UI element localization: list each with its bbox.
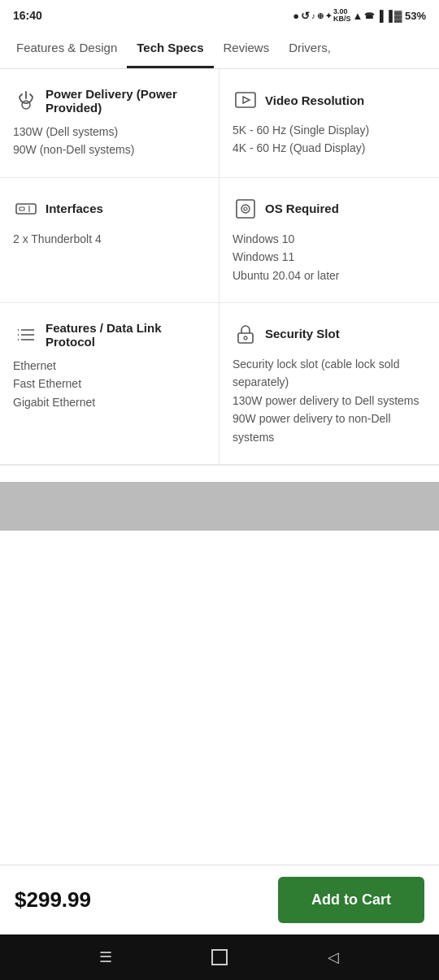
- main-content: Power Delivery (Power Provided) 130W (De…: [0, 69, 439, 865]
- svg-rect-4: [20, 207, 24, 210]
- nav-tabs: Features & Design Tech Specs Reviews Dri…: [0, 29, 439, 69]
- android-home-button[interactable]: [210, 947, 229, 967]
- features-data-link-value: EthernetFast EthernetGigabit Ethernet: [13, 357, 206, 411]
- phone-icon: ☎: [364, 11, 374, 20]
- back-icon: ◁: [328, 948, 339, 966]
- video-icon: [233, 87, 259, 113]
- svg-point-16: [244, 336, 247, 340]
- tab-features-design[interactable]: Features & Design: [7, 29, 127, 68]
- spec-header-features: Features / Data Link Protocol: [13, 321, 206, 349]
- status-bar: 16:40 ● ↺ ♪ ⊕ ✦ 3.00KB/S ▲ ☎ ▐ ▐ ▓ 53%: [0, 0, 439, 29]
- spec-interfaces: Interfaces 2 x Thunderbolt 4: [0, 178, 220, 303]
- signal-bars2: ▐: [385, 10, 393, 22]
- security-slot-value: Security lock slot (cable lock sold sepa…: [233, 355, 426, 446]
- tab-drivers[interactable]: Drivers,: [279, 29, 341, 68]
- status-icons: ● ↺ ♪ ⊕ ✦ 3.00KB/S ▲ ☎ ▐ ▐ ▓ 53%: [293, 8, 426, 23]
- spec-header-security: Security Slot: [233, 321, 426, 347]
- bluetooth-icon: ✦: [325, 11, 332, 20]
- signal-bars: ▐: [376, 10, 383, 22]
- status-time: 16:40: [13, 9, 42, 22]
- add-to-cart-button[interactable]: Add to Cart: [278, 877, 424, 923]
- power-delivery-title: Power Delivery (Power Provided): [46, 87, 206, 115]
- spec-header-interfaces: Interfaces: [13, 196, 206, 222]
- battery-icon: ▓ 53%: [394, 10, 426, 22]
- power-delivery-value: 130W (Dell systems)90W (non-Dell systems…: [13, 123, 206, 159]
- spec-header-power: Power Delivery (Power Provided): [13, 87, 206, 115]
- spec-video-resolution: Video Resolution 5K - 60 Hz (Single Disp…: [220, 69, 439, 178]
- hamburger-icon: ☰: [99, 948, 112, 966]
- list-icon: [13, 322, 39, 348]
- power-icon: [13, 88, 39, 114]
- sync-icon: ↺: [301, 10, 310, 22]
- svg-rect-1: [236, 93, 255, 107]
- spec-header-video: Video Resolution: [233, 87, 426, 113]
- wifi-icon: ●: [293, 10, 299, 22]
- svg-point-0: [22, 101, 30, 109]
- interfaces-title: Interfaces: [46, 202, 103, 215]
- security-slot-title: Security Slot: [265, 327, 340, 340]
- product-image: [0, 482, 439, 531]
- svg-point-7: [241, 205, 250, 213]
- tab-reviews[interactable]: Reviews: [214, 29, 280, 68]
- features-data-link-title: Features / Data Link Protocol: [46, 321, 206, 349]
- svg-rect-6: [237, 200, 254, 218]
- spec-os-required: OS Required Windows 10Windows 11Ubuntu 2…: [220, 178, 439, 303]
- video-resolution-title: Video Resolution: [265, 93, 364, 107]
- data-speed: 3.00KB/S: [333, 8, 351, 23]
- svg-marker-2: [243, 97, 250, 103]
- tiktok-icon: ♪: [311, 11, 315, 20]
- spec-features-data-link: Features / Data Link Protocol EthernetFa…: [0, 303, 220, 465]
- os-required-value: Windows 10Windows 11Ubuntu 20.04 or late…: [233, 230, 426, 284]
- specs-grid: Power Delivery (Power Provided) 130W (De…: [0, 69, 439, 466]
- product-price: $299.99: [15, 887, 91, 913]
- nfc-icon: ⊕: [317, 11, 324, 20]
- os-required-title: OS Required: [265, 202, 339, 215]
- lock-icon: [233, 321, 259, 347]
- wifi-signal-icon: ▲: [353, 10, 363, 22]
- spec-security-slot: Security Slot Security lock slot (cable …: [220, 303, 439, 465]
- android-back-button[interactable]: ◁: [324, 947, 343, 967]
- android-nav-bar: ☰ ◁: [0, 934, 439, 980]
- bottom-bar: $299.99 Add to Cart: [0, 865, 439, 934]
- os-icon: [233, 196, 259, 222]
- svg-point-8: [244, 207, 247, 210]
- home-icon: [211, 949, 228, 965]
- interface-icon: [13, 196, 39, 222]
- interfaces-value: 2 x Thunderbolt 4: [13, 230, 206, 248]
- video-resolution-value: 5K - 60 Hz (Single Display)4K - 60 Hz (Q…: [233, 121, 426, 158]
- spec-header-os: OS Required: [233, 196, 426, 222]
- tab-tech-specs[interactable]: Tech Specs: [127, 29, 213, 68]
- spec-power-delivery: Power Delivery (Power Provided) 130W (De…: [0, 69, 220, 178]
- android-menu-button[interactable]: ☰: [96, 947, 115, 967]
- svg-rect-15: [238, 333, 253, 343]
